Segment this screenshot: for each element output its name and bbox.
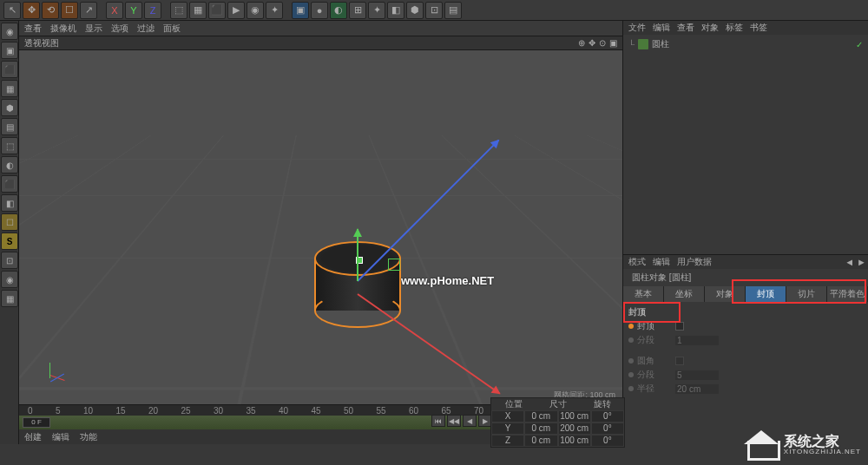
om-view[interactable]: 查看 <box>677 22 694 34</box>
last-tool[interactable]: ↗ <box>80 2 97 19</box>
tab-func[interactable]: 功能 <box>80 431 97 443</box>
play-back-button[interactable]: ◀ <box>463 415 477 427</box>
render-icon[interactable]: ▶ <box>227 2 245 19</box>
pos-x[interactable]: 0 cm <box>525 411 556 422</box>
lt-10[interactable]: ☐ <box>1 213 18 231</box>
pos-y[interactable]: 0 cm <box>525 423 556 434</box>
lt-13[interactable]: ◉ <box>1 271 18 288</box>
select-tool[interactable]: ↖ <box>3 2 21 19</box>
cap-seg-input[interactable]: 1 <box>675 336 719 345</box>
scale-tool[interactable]: ☐ <box>61 2 78 19</box>
primitive-icon[interactable]: ▣ <box>292 2 309 19</box>
frame-start-input[interactable]: 0 F <box>23 417 50 428</box>
attr-object-title: 圆柱对象 [圆柱] <box>632 272 691 284</box>
lt-2[interactable]: ⬛ <box>1 61 18 78</box>
size-z[interactable]: 100 cm <box>559 436 590 446</box>
object-name[interactable]: 圆柱 <box>652 38 669 50</box>
lt-14[interactable]: ▦ <box>1 290 18 307</box>
cap-checkbox[interactable] <box>675 322 684 331</box>
xz-plane-handle[interactable] <box>388 259 400 271</box>
om-edit[interactable]: 编辑 <box>653 22 670 34</box>
pos-z[interactable]: 0 cm <box>525 436 556 446</box>
lt-8[interactable]: ⬛ <box>1 175 18 193</box>
lt-9[interactable]: ◧ <box>1 194 18 212</box>
rot-b[interactable]: 0° <box>592 436 623 446</box>
tb-icon-5[interactable]: ✦ <box>266 2 283 19</box>
x-axis-toggle[interactable]: X <box>106 2 123 19</box>
tb-icon-11[interactable]: ◧ <box>387 2 404 19</box>
rotate-tool[interactable]: ⟲ <box>42 2 59 19</box>
tb-icon-2[interactable]: ⬛ <box>208 2 226 19</box>
tab-create[interactable]: 创建 <box>24 431 42 443</box>
tb-icon-8[interactable]: ◐ <box>330 2 347 19</box>
right-panel: 文件 编辑 查看 对象 标签 书签 └ 圆柱 ✓ 模式 编辑 用户数据 ◄ ► <box>622 21 868 444</box>
rot-h[interactable]: 0° <box>592 411 623 422</box>
size-x[interactable]: 100 cm <box>559 411 590 422</box>
tb-icon-12[interactable]: ⬢ <box>406 2 424 19</box>
size-y[interactable]: 200 cm <box>559 423 590 434</box>
tb-icon-0[interactable]: ⬚ <box>170 2 187 19</box>
perspective-viewport[interactable]: www.pHome.NET 网格间距: 100 cm <box>19 50 622 404</box>
fillet-seg-input[interactable]: 5 <box>675 370 719 380</box>
attr-mode[interactable]: 模式 <box>628 256 646 268</box>
vp-camera[interactable]: 摄像机 <box>50 23 76 35</box>
goto-start-button[interactable]: ⏮ <box>431 415 445 427</box>
om-file[interactable]: 文件 <box>628 22 646 34</box>
tb-icon-13[interactable]: ⊡ <box>425 2 443 19</box>
vp-pan-icon[interactable]: ✥ <box>589 38 595 48</box>
lt-6[interactable]: ⬚ <box>1 137 18 154</box>
tb-icon-9[interactable]: ⊞ <box>349 2 366 19</box>
vp-filter[interactable]: 过滤 <box>137 23 155 35</box>
vp-options[interactable]: 选项 <box>111 23 128 35</box>
vp-display[interactable]: 显示 <box>85 23 102 35</box>
vp-nav-icon[interactable]: ⊕ <box>578 38 585 48</box>
tab-phong[interactable]: 平滑着色 <box>827 286 868 302</box>
tab-edit[interactable]: 编辑 <box>52 431 69 443</box>
lt-1[interactable]: ▣ <box>1 42 18 59</box>
fillet-checkbox[interactable] <box>675 357 684 365</box>
y-axis-gizmo[interactable] <box>357 229 358 281</box>
lt-12[interactable]: ⊡ <box>1 252 18 269</box>
om-tags[interactable]: 标签 <box>726 22 743 34</box>
vp-max-icon[interactable]: ▣ <box>609 38 617 48</box>
lt-7[interactable]: ◐ <box>1 156 18 174</box>
attr-nav-icon[interactable]: ◄ ► <box>845 257 866 267</box>
lt-4[interactable]: ⬢ <box>1 99 18 116</box>
cap-checkbox-label: 封顶 <box>637 320 672 332</box>
tb-icon-14[interactable]: ▤ <box>444 2 462 19</box>
lt-0[interactable]: ◉ <box>1 23 18 40</box>
tb-icon-1[interactable]: ▦ <box>189 2 207 19</box>
object-tree-item[interactable]: └ 圆柱 ✓ <box>623 35 868 54</box>
z-axis-toggle[interactable]: Z <box>144 2 161 19</box>
attr-edit[interactable]: 编辑 <box>653 256 670 268</box>
om-object[interactable]: 对象 <box>701 22 719 34</box>
logo-text-cn: 系统之家 <box>784 435 861 449</box>
tab-caps[interactable]: 封顶 <box>746 286 786 302</box>
tab-coord[interactable]: 坐标 <box>664 286 705 302</box>
vp-zoom-icon[interactable]: ⊙ <box>599 38 606 48</box>
attr-userdata[interactable]: 用户数据 <box>677 256 712 268</box>
tab-slice[interactable]: 切片 <box>786 286 827 302</box>
prev-key-button[interactable]: ◀◀ <box>447 415 461 427</box>
tb-icon-4[interactable]: ◉ <box>247 2 264 19</box>
coord-z-label: Z <box>492 436 523 446</box>
y-axis-toggle[interactable]: Y <box>125 2 142 19</box>
vp-view[interactable]: 查看 <box>24 23 42 35</box>
nav-axis-icon <box>45 357 71 383</box>
logo-text-en: XITONGZHIJIA.NET <box>784 449 861 455</box>
fillet-rad-input[interactable]: 20 cm <box>675 384 719 394</box>
move-tool[interactable]: ✥ <box>23 2 40 19</box>
om-bookmarks[interactable]: 书签 <box>750 22 767 34</box>
tab-object[interactable]: 对象 <box>705 286 746 302</box>
lt-s[interactable]: S <box>1 232 18 250</box>
cap-seg-label: 分段 <box>637 334 672 346</box>
tab-basic[interactable]: 基本 <box>623 286 664 302</box>
rot-p[interactable]: 0° <box>592 423 623 434</box>
lt-3[interactable]: ▦ <box>1 80 18 97</box>
tb-icon-7[interactable]: ● <box>311 2 328 19</box>
pos-header: 位置 <box>491 398 536 410</box>
tb-icon-10[interactable]: ✦ <box>368 2 385 19</box>
vp-panel[interactable]: 面板 <box>163 23 181 35</box>
viewport-titlebar: 透视视图 ⊕ ✥ ⊙ ▣ <box>19 36 622 50</box>
lt-5[interactable]: ▤ <box>1 118 18 135</box>
